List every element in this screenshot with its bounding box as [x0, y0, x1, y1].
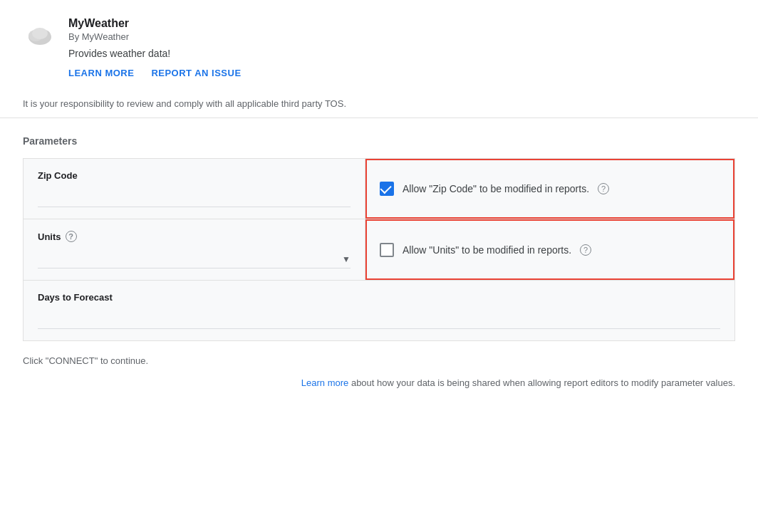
zipcode-allow-help-icon[interactable]: ?	[598, 183, 609, 194]
app-header: MyWeather By MyWeather Provides weather …	[0, 0, 758, 90]
units-checkbox[interactable]	[380, 243, 394, 257]
footer-learn-more-link[interactable]: Learn more	[301, 377, 348, 388]
param-right-zipcode: Allow "Zip Code" to be modified in repor…	[365, 159, 734, 219]
days-input[interactable]	[38, 311, 720, 329]
units-allow-text: Allow "Units" to be modified in reports.	[403, 244, 571, 256]
tos-notice: It is your responsibility to review and …	[0, 90, 758, 118]
svg-point-3	[32, 28, 48, 39]
zipcode-allow-text: Allow "Zip Code" to be modified in repor…	[403, 183, 589, 194]
units-select-wrapper: Imperial Metric ▼	[38, 251, 351, 268]
dropdown-arrow-icon: ▼	[342, 254, 351, 264]
allow-row-units: Allow "Units" to be modified in reports.…	[380, 243, 591, 257]
units-allow-help-icon[interactable]: ?	[580, 244, 591, 256]
param-row-zipcode: Zip Code Allow "Zip Code" to be modified…	[23, 158, 735, 219]
param-row-units: Units ? Imperial Metric ▼ Allow "Units" …	[23, 219, 735, 281]
parameters-section: Parameters Zip Code Allow "Zip Code" to …	[0, 135, 758, 341]
param-left-zipcode: Zip Code	[24, 159, 365, 219]
zipcode-checkbox[interactable]	[380, 182, 394, 196]
divider	[0, 118, 758, 118]
param-left-units: Units ? Imperial Metric ▼	[24, 219, 365, 280]
units-select[interactable]: Imperial Metric	[38, 254, 342, 265]
report-issue-link[interactable]: REPORT AN ISSUE	[151, 68, 241, 78]
zipcode-input[interactable]	[38, 189, 351, 207]
app-info: MyWeather By MyWeather Provides weather …	[68, 17, 242, 78]
param-left-days: Days to Forecast	[24, 281, 734, 340]
param-right-units: Allow "Units" to be modified in reports.…	[365, 219, 734, 280]
learn-more-link[interactable]: LEARN MORE	[68, 68, 134, 78]
app-name: MyWeather	[68, 17, 242, 30]
app-by: By MyWeather	[68, 31, 242, 42]
footer-text: Click "CONNECT" to continue.	[0, 341, 758, 372]
footer-note: Learn more about how your data is being …	[0, 372, 758, 394]
app-links: LEARN MORE REPORT AN ISSUE	[68, 68, 242, 78]
parameters-title: Parameters	[23, 135, 735, 147]
param-label-units: Units ?	[38, 231, 351, 242]
param-label-zipcode: Zip Code	[38, 170, 351, 181]
units-help-icon[interactable]: ?	[66, 231, 77, 242]
app-description: Provides weather data!	[68, 48, 242, 59]
param-row-days: Days to Forecast	[23, 281, 735, 341]
app-icon	[23, 17, 57, 51]
param-label-days: Days to Forecast	[38, 292, 720, 303]
allow-row-zipcode: Allow "Zip Code" to be modified in repor…	[380, 182, 609, 196]
